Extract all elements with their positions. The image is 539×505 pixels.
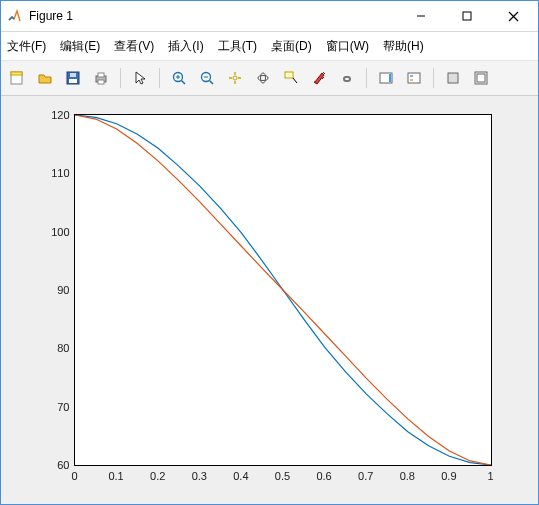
x-tick-label: 0.8 [400,470,415,482]
menu-view[interactable]: 查看(V) [114,38,154,55]
x-tick-label: 0.3 [192,470,207,482]
menu-window[interactable]: 窗口(W) [326,38,369,55]
insert-legend-button[interactable] [402,66,426,90]
save-button[interactable] [61,66,85,90]
axes-container: 6070809010011012000.10.20.30.40.50.60.70… [30,100,510,500]
toolbar-separator [433,68,434,88]
menu-file[interactable]: 文件(F) [7,38,46,55]
matlab-icon [7,8,23,24]
menu-insert[interactable]: 插入(I) [168,38,203,55]
close-button[interactable] [490,1,536,31]
y-tick-label: 100 [30,226,70,238]
svg-point-21 [261,73,266,83]
svg-rect-8 [70,73,76,77]
x-tick-label: 0.4 [233,470,248,482]
menubar: 文件(F) 编辑(E) 查看(V) 插入(I) 工具(T) 桌面(D) 窗口(W… [1,32,538,61]
link-button[interactable] [335,66,359,90]
line-series-2 [75,115,491,465]
x-tick-label: 0.2 [150,470,165,482]
svg-rect-26 [408,73,420,83]
show-plot-tools-button[interactable] [469,66,493,90]
brush-button[interactable] [307,66,331,90]
minimize-button[interactable] [398,1,444,31]
x-tick-label: 0.9 [441,470,456,482]
titlebar: Figure 1 [1,1,538,32]
maximize-button[interactable] [444,1,490,31]
axes[interactable] [74,114,492,466]
menu-edit[interactable]: 编辑(E) [60,38,100,55]
y-tick-label: 60 [30,459,70,471]
y-tick-label: 120 [30,109,70,121]
svg-rect-25 [389,74,391,82]
y-tick-label: 70 [30,401,70,413]
svg-rect-31 [477,74,485,82]
plot-canvas [75,115,491,465]
datacursor-button[interactable] [279,66,303,90]
open-button[interactable] [33,66,57,90]
svg-rect-1 [463,12,471,20]
window-buttons [398,1,536,31]
svg-line-23 [293,78,297,83]
svg-rect-22 [285,72,293,78]
rotate3d-button[interactable] [251,66,275,90]
x-tick-label: 0.5 [275,470,290,482]
x-tick-label: 0.6 [316,470,331,482]
x-tick-label: 1 [487,470,493,482]
y-tick-label: 110 [30,167,70,179]
print-button[interactable] [89,66,113,90]
svg-rect-5 [11,72,22,75]
pan-button[interactable] [223,66,247,90]
zoom-in-button[interactable] [167,66,191,90]
figure-window: Figure 1 文件(F) 编辑(E) 查看(V) 插入(I) 工具(T) 桌… [0,0,539,505]
x-tick-label: 0.1 [108,470,123,482]
y-tick-label: 90 [30,284,70,296]
toolbar-separator [120,68,121,88]
toolbar-separator [366,68,367,88]
svg-line-17 [210,81,214,85]
svg-rect-29 [448,73,458,83]
svg-rect-10 [98,73,104,77]
menu-desktop[interactable]: 桌面(D) [271,38,312,55]
y-tick-label: 80 [30,342,70,354]
svg-rect-11 [98,80,104,84]
menu-tools[interactable]: 工具(T) [218,38,257,55]
hide-plot-tools-button[interactable] [441,66,465,90]
new-figure-button[interactable] [5,66,29,90]
svg-point-19 [233,76,237,80]
insert-colorbar-button[interactable] [374,66,398,90]
svg-rect-7 [69,79,77,83]
toolbar-separator [159,68,160,88]
zoom-out-button[interactable] [195,66,219,90]
x-tick-label: 0 [71,470,77,482]
toolbar [1,61,538,96]
menu-help[interactable]: 帮助(H) [383,38,424,55]
figure-area: 6070809010011012000.10.20.30.40.50.60.70… [1,96,538,504]
window-title: Figure 1 [29,9,398,23]
pointer-button[interactable] [128,66,152,90]
svg-point-20 [258,76,268,81]
x-tick-label: 0.7 [358,470,373,482]
svg-line-13 [182,81,186,85]
